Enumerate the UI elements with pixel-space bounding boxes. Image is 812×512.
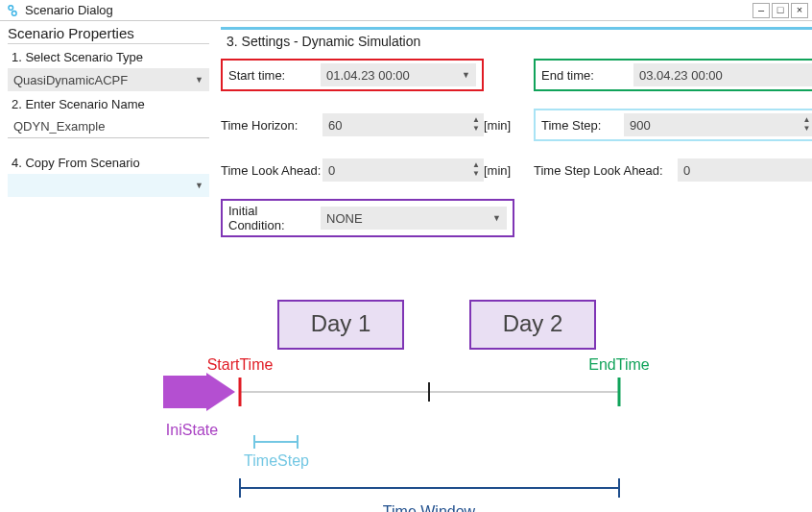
start-time-input[interactable]: 01.04.23 00:00 ▼ (321, 63, 476, 86)
spinner-icon[interactable]: ▲▼ (472, 160, 480, 178)
start-time-label: Start time: (228, 68, 315, 83)
time-step-input[interactable]: 900 ▲▼ (624, 113, 812, 136)
scenario-type-value: QuasiDynamicACPF (13, 73, 128, 87)
titlebar: Scenario Dialog – □ × (0, 0, 812, 21)
main-panel: 3. Settings - Dynamic Simulation Start t… (215, 21, 812, 237)
end-time-label: End time: (541, 68, 628, 83)
time-look-ahead-input[interactable]: 0 ▲▼ (322, 158, 484, 182)
settings-heading: 3. Settings - Dynamic Simulation (221, 27, 812, 59)
step1-label: 1. Select Scenario Type (12, 50, 209, 64)
time-step-look-ahead-input[interactable]: 0 ▲▼ (678, 158, 812, 182)
chevron-down-icon: ▼ (462, 70, 470, 80)
start-time-value: 01.04.23 00:00 (326, 68, 410, 83)
time-step-look-ahead-label: Time Step Look Ahead: (534, 163, 678, 178)
time-horizon-unit: [min] (484, 118, 514, 133)
time-look-ahead-value: 0 (328, 163, 335, 178)
starttime-label: StartTime (207, 356, 274, 373)
start-time-group: Start time: 01.04.23 00:00 ▼ (221, 59, 484, 91)
timestep-label: TimeStep (244, 452, 309, 469)
window-title: Scenario Dialog (25, 3, 113, 17)
svg-point-1 (12, 11, 16, 15)
chevron-down-icon: ▼ (492, 213, 501, 223)
initial-condition-group: Initial Condition: NONE ▼ (221, 199, 514, 237)
end-time-group: End time: 03.04.23 00:00 ▼ (534, 59, 812, 91)
endtime-label: EndTime (588, 356, 650, 373)
end-time-input[interactable]: 03.04.23 00:00 ▼ (633, 63, 812, 86)
svg-rect-8 (163, 376, 206, 408)
copy-from-dropdown[interactable]: ▼ (8, 174, 209, 197)
day1-label: Day 1 (311, 310, 371, 336)
sidebar-heading: Scenario Properties (8, 25, 209, 44)
time-horizon-input[interactable]: 60 ▲▼ (322, 113, 484, 136)
time-step-value: 900 (630, 118, 651, 133)
initial-condition-label: Initial Condition: (228, 204, 315, 232)
time-step-look-ahead-value: 0 (683, 163, 690, 178)
time-step-group: Time Step: 900 ▲▼ [sec] (534, 109, 812, 141)
time-horizon-label: Time Horizon: (221, 118, 322, 133)
inistate-label: IniState (166, 422, 218, 438)
step4-label: 4. Copy From Scenario (12, 156, 209, 170)
scenario-type-dropdown[interactable]: QuasiDynamicACPF ▼ (8, 68, 209, 91)
step2-label: 2. Enter Scenario Name (12, 97, 209, 111)
scenario-name-input[interactable]: QDYN_Example (8, 115, 209, 138)
sidebar: Scenario Properties 1. Select Scenario T… (0, 21, 215, 237)
time-step-label: Time Step: (541, 118, 618, 133)
timewindow-label: Time Window (383, 503, 476, 512)
time-look-ahead-label: Time Look Ahead: (221, 163, 322, 178)
chevron-down-icon: ▼ (195, 75, 203, 85)
time-look-ahead-unit: [min] (484, 163, 514, 178)
chevron-down-icon: ▼ (195, 181, 203, 190)
svg-marker-9 (206, 373, 235, 411)
timeline-diagram: Day 1 Day 2 StartTime EndTime IniState T… (0, 281, 812, 512)
initial-condition-value: NONE (326, 211, 363, 226)
initial-condition-input[interactable]: NONE ▼ (321, 207, 507, 230)
close-button[interactable]: × (791, 3, 808, 18)
spinner-icon[interactable]: ▲▼ (472, 115, 480, 133)
app-icon (6, 4, 19, 17)
minimize-button[interactable]: – (752, 3, 770, 18)
day2-label: Day 2 (503, 310, 563, 336)
svg-point-0 (9, 5, 13, 10)
window-controls: – □ × (752, 3, 808, 18)
maximize-button[interactable]: □ (772, 3, 789, 18)
end-time-value: 03.04.23 00:00 (639, 68, 723, 83)
spinner-icon[interactable]: ▲▼ (803, 115, 811, 133)
scenario-name-value: QDYN_Example (13, 119, 105, 134)
time-horizon-value: 60 (328, 118, 342, 133)
